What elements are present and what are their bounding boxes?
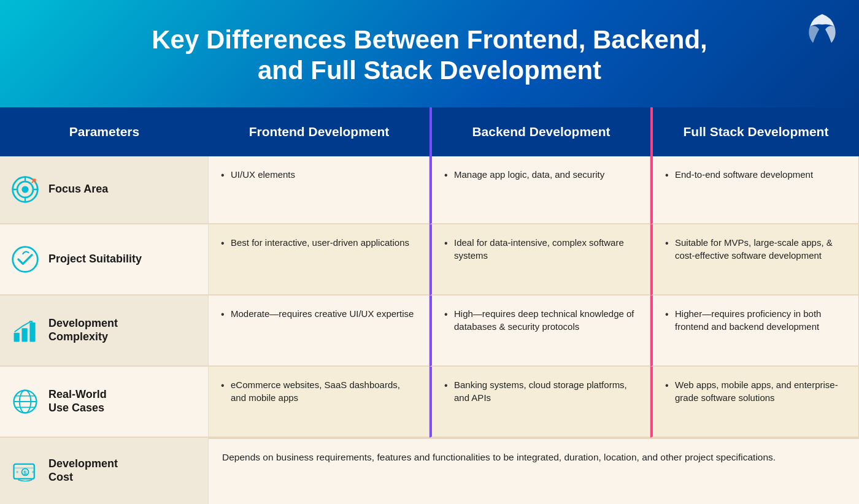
page-title: Key Differences Between Frontend, Backen… (152, 25, 707, 86)
fullstack-project-suitability: Suitable for MVPs, large-scale apps, & c… (650, 224, 859, 296)
frontend-focus-area: UI/UX elements (209, 156, 430, 224)
globe-icon (9, 386, 41, 418)
page-wrapper: Key Differences Between Frontend, Backen… (0, 0, 859, 504)
dev-complexity-label: DevelopmentComplexity (48, 317, 118, 343)
fullstack-focus-area: End-to-end software development (650, 156, 859, 224)
frontend-project-suitability: Best for interactive, user-driven applic… (209, 224, 430, 296)
col-header-frontend: Frontend Development (209, 107, 430, 156)
svg-point-16 (16, 471, 18, 473)
dev-cost-content: Depends on business requirements, featur… (209, 438, 859, 505)
fullstack-dev-complexity: Higher—requires proficiency in both fron… (650, 296, 859, 367)
backend-real-world: Banking systems, cloud storage platforms… (430, 367, 650, 438)
svg-rect-5 (21, 328, 27, 342)
param-focus-area: Focus Area (0, 156, 209, 224)
header-section: Key Differences Between Frontend, Backen… (0, 0, 859, 107)
svg-point-3 (13, 246, 38, 272)
col-header-backend: Backend Development (430, 107, 650, 156)
backend-dev-complexity: High—requires deep technical knowledge o… (430, 296, 650, 367)
param-project-suitability: Project Suitability (0, 224, 209, 296)
focus-area-label: Focus Area (48, 183, 108, 196)
svg-rect-4 (14, 332, 20, 342)
fullstack-real-world: Web apps, mobile apps, and enterprise-gr… (650, 367, 859, 438)
param-real-world: Real-WorldUse Cases (0, 367, 209, 438)
logo-icon (804, 11, 841, 48)
target-icon (9, 174, 41, 205)
param-dev-complexity: DevelopmentComplexity (0, 296, 209, 367)
svg-text:$: $ (23, 469, 26, 475)
comparison-table: Parameters Frontend Development Backend … (0, 107, 859, 504)
checkmark-icon (9, 243, 41, 275)
money-icon: $ (9, 455, 41, 487)
chart-icon (9, 315, 41, 346)
col-header-fullstack: Full Stack Development (650, 107, 859, 156)
frontend-dev-complexity: Moderate—requires creative UI/UX experti… (209, 296, 430, 367)
param-dev-cost: $ DevelopmentCost (0, 438, 209, 505)
backend-focus-area: Manage app logic, data, and security (430, 156, 650, 224)
svg-point-2 (21, 186, 28, 193)
frontend-real-world: eCommerce websites, SaaS dashboards, and… (209, 367, 430, 438)
svg-rect-6 (29, 323, 35, 342)
real-world-label: Real-WorldUse Cases (48, 388, 107, 414)
col-header-params: Parameters (0, 107, 209, 156)
project-suitability-label: Project Suitability (48, 253, 142, 266)
svg-point-17 (32, 471, 34, 473)
backend-project-suitability: Ideal for data-intensive, complex softwa… (430, 224, 650, 296)
dev-cost-label: DevelopmentCost (48, 457, 118, 484)
